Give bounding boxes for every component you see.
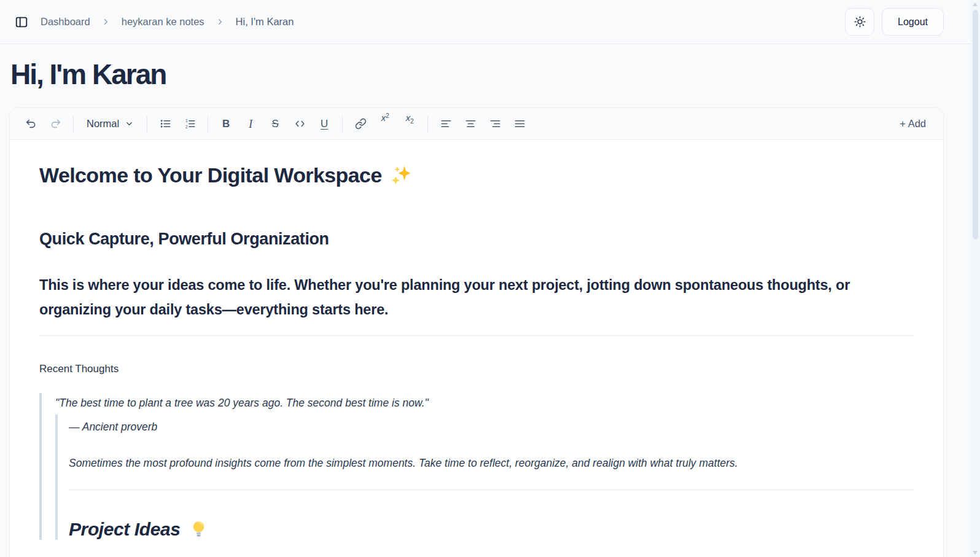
align-left-button[interactable]: [434, 112, 458, 136]
quote-attribution: — Ancient proverb: [69, 418, 914, 435]
toolbar-divider: [427, 116, 428, 132]
breadcrumb: Dashboard heykaran ke notes Hi, I'm Kara…: [41, 16, 294, 28]
ordered-list-icon: 12: [184, 118, 196, 130]
doc-welcome-heading-text: Welcome to Your Digital Workspace: [39, 163, 382, 187]
toolbar-divider: [147, 116, 147, 132]
editor-card: Normal 12 B I S U: [10, 108, 943, 557]
scrollbar-up-arrow-icon[interactable]: [973, 2, 978, 6]
breadcrumb-item-notes[interactable]: heykaran ke notes: [122, 16, 204, 28]
quote-text: "The best time to plant a tree was 20 ye…: [55, 394, 914, 411]
sparkles-icon: [390, 165, 412, 187]
svg-text:1: 1: [185, 119, 188, 123]
inner-divider: [69, 489, 914, 490]
theme-toggle-button[interactable]: [845, 8, 874, 36]
breadcrumb-item-current: Hi, I'm Karan: [236, 16, 294, 28]
add-block-button[interactable]: + Add: [891, 118, 935, 130]
strikethrough-button[interactable]: S: [263, 112, 287, 136]
lightbulb-icon: [190, 520, 207, 539]
subscript-idx: 2: [410, 119, 414, 125]
doc-subheading: Quick Capture, Powerful Organization: [39, 230, 914, 249]
top-header: Dashboard heykaran ke notes Hi, I'm Kara…: [0, 0, 971, 44]
align-right-icon: [489, 118, 501, 130]
link-button[interactable]: [348, 112, 373, 136]
subscript-base: x: [406, 112, 411, 123]
scrollbar-down-arrow-icon[interactable]: [973, 551, 978, 555]
page-scrollbar[interactable]: [971, 0, 980, 557]
bullet-list-icon: [160, 118, 171, 130]
superscript-base: x: [381, 112, 386, 123]
document-body[interactable]: Welcome to Your Digital Workspace Quick …: [10, 140, 943, 540]
underline-button[interactable]: U: [312, 112, 336, 136]
doc-divider: [39, 335, 914, 336]
align-left-icon: [440, 118, 452, 130]
panel-left-icon: [15, 15, 28, 29]
chevron-right-icon: [101, 17, 111, 26]
svg-text:2: 2: [185, 125, 188, 129]
redo-button[interactable]: [43, 112, 68, 136]
doc-intro-paragraph: This is where your ideas come to life. W…: [39, 273, 887, 322]
sun-icon: [854, 16, 866, 28]
align-center-icon: [465, 118, 476, 130]
reflection-paragraph: Sometimes the most profound insights com…: [69, 454, 914, 472]
bold-button[interactable]: B: [214, 112, 238, 136]
align-justify-button[interactable]: [507, 112, 532, 136]
doc-welcome-heading: Welcome to Your Digital Workspace: [39, 163, 914, 187]
toolbar-divider: [208, 116, 208, 132]
breadcrumb-item-dashboard[interactable]: Dashboard: [41, 16, 90, 28]
chevron-down-icon: [125, 119, 134, 128]
toolbar-divider: [73, 116, 74, 132]
logout-button[interactable]: Logout: [882, 8, 944, 36]
page-title: Hi, I'm Karan: [10, 58, 166, 91]
project-ideas-heading: Project Ideas: [69, 519, 914, 540]
redo-icon: [50, 118, 61, 130]
link-icon: [355, 118, 367, 130]
header-actions: Logout: [845, 8, 944, 36]
header-left: Dashboard heykaran ke notes Hi, I'm Kara…: [15, 15, 294, 29]
align-center-button[interactable]: [458, 112, 483, 136]
undo-button[interactable]: [18, 112, 43, 136]
editor-toolbar: Normal 12 B I S U: [10, 108, 943, 140]
bullet-list-button[interactable]: [153, 112, 177, 136]
ordered-list-button[interactable]: 12: [177, 112, 202, 136]
subscript-button[interactable]: x2: [397, 112, 422, 136]
nested-quote-block: — Ancient proverb Sometimes the most pro…: [55, 415, 914, 540]
project-ideas-heading-text: Project Ideas: [69, 519, 181, 540]
chevron-right-icon: [216, 17, 225, 26]
code-button[interactable]: [287, 112, 312, 136]
recent-thoughts-label: Recent Thoughts: [39, 363, 914, 375]
undo-icon: [25, 118, 37, 130]
align-right-button[interactable]: [483, 112, 507, 136]
superscript-exp: 2: [386, 113, 389, 119]
code-icon: [294, 118, 306, 130]
scrollbar-thumb[interactable]: [973, 10, 978, 240]
italic-button[interactable]: I: [238, 112, 263, 136]
superscript-button[interactable]: x2: [373, 112, 397, 136]
align-justify-icon: [514, 118, 526, 130]
format-dropdown[interactable]: Normal: [79, 112, 141, 136]
sidebar-toggle-button[interactable]: [15, 15, 28, 29]
quote-block: "The best time to plant a tree was 20 ye…: [39, 393, 914, 540]
toolbar-divider: [342, 116, 343, 132]
format-dropdown-value: Normal: [87, 118, 119, 130]
